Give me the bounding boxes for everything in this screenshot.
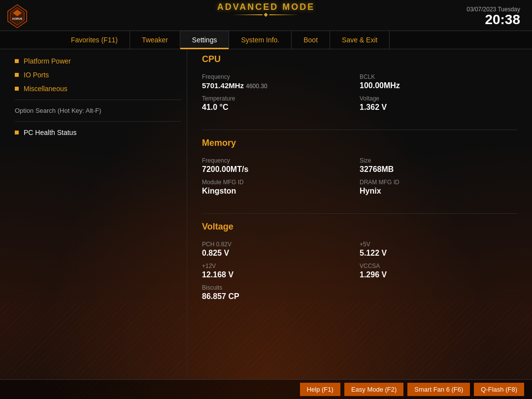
memory-size-cell: Size 32768MB — [360, 156, 517, 178]
sidebar-item-platform-power[interactable]: Platform Power — [10, 54, 187, 68]
voltage-section: Voltage PCH 0.82V 0.825 V +5V 5.122 V +1… — [202, 222, 517, 305]
memory-dram-mfg-value: Hynix — [360, 187, 517, 196]
section-divider-1 — [202, 130, 517, 130]
voltage-plus5-value: 5.122 V — [360, 249, 517, 258]
memory-module-mfg-value: Kingston — [202, 187, 360, 196]
sidebar-label: Miscellaneous — [24, 85, 67, 93]
voltage-pch-label: PCH 0.82V — [202, 241, 360, 248]
bullet-icon — [15, 87, 19, 91]
nav-item-sysinfo[interactable]: System Info. — [229, 31, 292, 49]
header: AORUS ADVANCED MODE 03/07/2023 Tuesday 2… — [0, 0, 532, 31]
svg-text:AORUS: AORUS — [12, 17, 22, 20]
cpu-voltage-cell: Voltage 1.362 V — [360, 94, 517, 116]
qflash-button[interactable]: Q-Flash (F8) — [474, 383, 524, 396]
memory-frequency-cell: Frequency 7200.00MT/s — [202, 156, 360, 178]
sidebar: Platform Power IO Ports Miscellaneous Op… — [0, 49, 187, 379]
title-area: ADVANCED MODE — [217, 2, 315, 16]
sidebar-divider-2 — [15, 121, 182, 122]
memory-grid: Frequency 7200.00MT/s Size 32768MB Modul… — [202, 156, 517, 200]
bullet-icon — [15, 59, 19, 63]
memory-dram-mfg-label: DRAM MFG ID — [360, 179, 517, 186]
title-line-right — [269, 14, 299, 15]
datetime-area: 03/07/2023 Tuesday 20:38 — [466, 6, 524, 27]
voltage-plus5-label: +5V — [360, 241, 517, 248]
voltage-plus12-cell: +12V 12.168 V — [202, 262, 360, 283]
sidebar-label: Platform Power — [24, 57, 71, 65]
sidebar-item-pc-health[interactable]: PC Health Status — [10, 126, 187, 139]
smart-fan-button[interactable]: Smart Fan 6 (F6) — [407, 383, 470, 396]
memory-frequency-label: Frequency — [202, 157, 360, 164]
title-diamond — [264, 13, 268, 17]
title-decoration — [217, 13, 315, 16]
cpu-frequency-cell: Frequency 5701.42MHz 4600.30 — [202, 72, 360, 94]
cpu-grid: Frequency 5701.42MHz 4600.30 BCLK 100.00… — [202, 72, 517, 116]
sidebar-label: IO Ports — [24, 71, 49, 79]
nav-item-boot[interactable]: Boot — [292, 31, 330, 49]
cpu-frequency-sub: 4600.30 — [246, 83, 267, 90]
voltage-plus12-label: +12V — [202, 263, 360, 269]
cpu-frequency-value: 5701.42MHz 4600.30 — [202, 81, 360, 90]
nav-item-tweaker[interactable]: Tweaker — [130, 31, 180, 49]
voltage-biscuits-cell: Biscuits 86.857 CP — [202, 283, 360, 305]
cpu-bclk-value: 100.00MHz — [360, 81, 517, 90]
logo-area: AORUS — [0, 4, 59, 29]
voltage-grid: PCH 0.82V 0.825 V +5V 5.122 V +12V 12.16… — [202, 240, 517, 305]
cpu-section-title: CPU — [202, 54, 517, 66]
aorus-logo-icon: AORUS — [5, 4, 30, 29]
voltage-plus5-cell: +5V 5.122 V — [360, 240, 517, 262]
voltage-vccsa-value: 1.296 V — [360, 270, 517, 279]
memory-dram-mfg-cell: DRAM MFG ID Hynix — [360, 178, 517, 200]
memory-section-title: Memory — [202, 138, 517, 150]
sidebar-label-health: PC Health Status — [24, 129, 76, 136]
cpu-temperature-label: Temperature — [202, 95, 360, 102]
memory-frequency-value: 7200.00MT/s — [202, 165, 360, 174]
page-title: ADVANCED MODE — [217, 2, 315, 12]
voltage-plus12-value: 12.168 V — [202, 270, 360, 279]
memory-module-mfg-cell: Module MFG ID Kingston — [202, 178, 360, 200]
nav-item-settings[interactable]: Settings — [180, 31, 230, 49]
cpu-voltage-label: Voltage — [360, 95, 517, 102]
cpu-bclk-cell: BCLK 100.00MHz — [360, 72, 517, 94]
navbar: Favorites (F11) Tweaker Settings System … — [0, 31, 532, 49]
cpu-frequency-label: Frequency — [202, 73, 360, 80]
info-panel: CPU Frequency 5701.42MHz 4600.30 BCLK 10… — [187, 49, 532, 379]
memory-size-label: Size — [360, 157, 517, 164]
nav-item-favorites[interactable]: Favorites (F11) — [59, 31, 130, 49]
sidebar-divider — [15, 100, 182, 100]
memory-section: Memory Frequency 7200.00MT/s Size 32768M… — [202, 138, 517, 200]
sidebar-search: Option Search (Hot Key: Alt-F) — [10, 104, 187, 117]
voltage-biscuits-label: Biscuits — [202, 284, 360, 291]
section-divider-2 — [202, 213, 517, 214]
cpu-voltage-value: 1.362 V — [360, 103, 517, 112]
voltage-pch-cell: PCH 0.82V 0.825 V — [202, 240, 360, 262]
voltage-vccsa-label: VCCSA — [360, 263, 517, 269]
voltage-pch-value: 0.825 V — [202, 249, 360, 258]
main-content: Platform Power IO Ports Miscellaneous Op… — [0, 49, 532, 379]
time-display: 20:38 — [466, 13, 520, 27]
sidebar-item-io-ports[interactable]: IO Ports — [10, 68, 187, 82]
help-button[interactable]: Help (F1) — [300, 383, 340, 396]
nav-item-saveexit[interactable]: Save & Exit — [330, 31, 390, 49]
bullet-icon — [15, 73, 19, 77]
sidebar-item-miscellaneous[interactable]: Miscellaneous — [10, 82, 187, 96]
cpu-bclk-label: BCLK — [360, 73, 517, 80]
bottom-bar: Help (F1) Easy Mode (F2) Smart Fan 6 (F6… — [0, 379, 532, 399]
cpu-temperature-value: 41.0 °C — [202, 103, 360, 112]
cpu-temp-cell: Temperature 41.0 °C — [202, 94, 360, 116]
voltage-vccsa-cell: VCCSA 1.296 V — [360, 262, 517, 283]
cpu-section: CPU Frequency 5701.42MHz 4600.30 BCLK 10… — [202, 54, 517, 116]
memory-module-mfg-label: Module MFG ID — [202, 179, 360, 186]
voltage-biscuits-value: 86.857 CP — [202, 292, 360, 301]
memory-size-value: 32768MB — [360, 165, 517, 174]
voltage-section-title: Voltage — [202, 222, 517, 234]
title-line-left — [233, 14, 263, 15]
bullet-icon — [15, 131, 19, 134]
easy-mode-button[interactable]: Easy Mode (F2) — [344, 383, 403, 396]
